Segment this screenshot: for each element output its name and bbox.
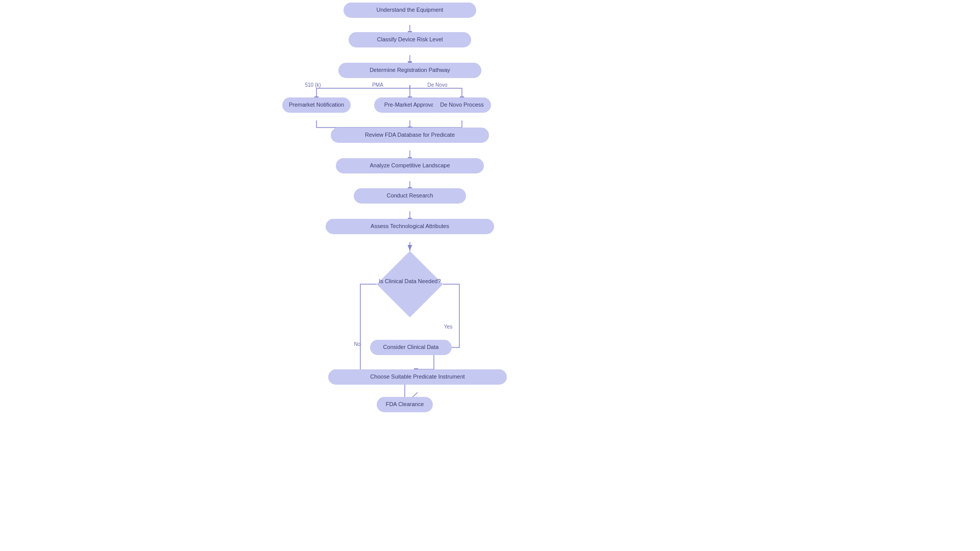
node-denovo-text-node: De Novo Process (440, 102, 484, 108)
node-diamond (377, 251, 443, 317)
node-assess-text: Assess Technological Attributes (371, 223, 449, 229)
node-consider-text: Consider Clinical Data (383, 344, 439, 350)
flowchart-container: Understand the Equipment Classify Device… (0, 0, 980, 551)
label-pma: PMA (372, 82, 383, 88)
node-diamond-text: Is Clinical Data Needed? (379, 278, 440, 284)
node-fda-text: FDA Clearance (386, 401, 424, 407)
node-review-text: Review FDA Database for Predicate (365, 132, 455, 138)
node-classify-text: Classify Device Risk Level (377, 36, 443, 42)
label-510k: 510 (k) (305, 82, 321, 88)
node-understand-text: Understand the Equipment (377, 7, 444, 13)
arrow-no (360, 284, 377, 377)
label-no: No (354, 341, 361, 347)
node-analyze-text: Analyze Competitive Landscape (370, 162, 450, 168)
node-choose-text: Choose Suitable Predicate Instrument (370, 373, 464, 380)
node-pma-text: Pre-Market Approval (384, 102, 435, 108)
node-conduct-text: Conduct Research (386, 192, 433, 198)
label-yes: Yes (444, 324, 452, 330)
node-premarket-text: Premarket Notification (289, 102, 344, 108)
node-determine-text: Determine Registration Pathway (370, 67, 450, 73)
arrow-yes (436, 284, 459, 347)
label-denovo-text: De Novo (428, 82, 448, 88)
